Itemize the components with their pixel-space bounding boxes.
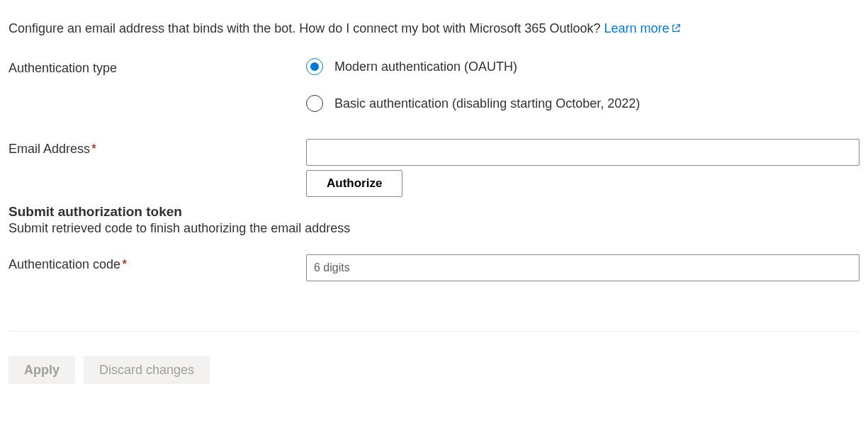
auth-type-basic-radio[interactable]: Basic authentication (disabling starting… [306, 95, 859, 112]
discard-changes-button[interactable]: Discard changes [84, 356, 210, 384]
required-indicator: * [91, 142, 96, 156]
external-link-icon [671, 22, 681, 37]
auth-code-label: Authentication code [9, 257, 120, 271]
intro-text: Configure an email address that binds wi… [9, 21, 604, 35]
email-address-input[interactable] [306, 139, 859, 166]
auth-type-modern-label: Modern authentication (OAUTH) [334, 60, 517, 74]
auth-type-basic-label: Basic authentication (disabling starting… [334, 96, 640, 111]
auth-type-modern-radio[interactable]: Modern authentication (OAUTH) [306, 58, 859, 75]
apply-button[interactable]: Apply [9, 356, 75, 384]
learn-more-link[interactable]: Learn more [604, 21, 680, 35]
email-address-label: Email Address [9, 142, 90, 156]
required-indicator: * [122, 257, 127, 271]
submit-token-subtext: Submit retrieved code to finish authoriz… [9, 221, 859, 236]
authorize-button[interactable]: Authorize [306, 170, 402, 197]
radio-selected-icon [306, 58, 323, 75]
submit-token-heading: Submit authorization token [9, 204, 859, 220]
config-intro: Configure an email address that binds wi… [9, 21, 859, 37]
auth-code-input[interactable] [306, 254, 859, 281]
auth-type-label: Authentication type [9, 61, 117, 75]
radio-unselected-icon [306, 95, 323, 112]
footer-divider [9, 331, 859, 332]
